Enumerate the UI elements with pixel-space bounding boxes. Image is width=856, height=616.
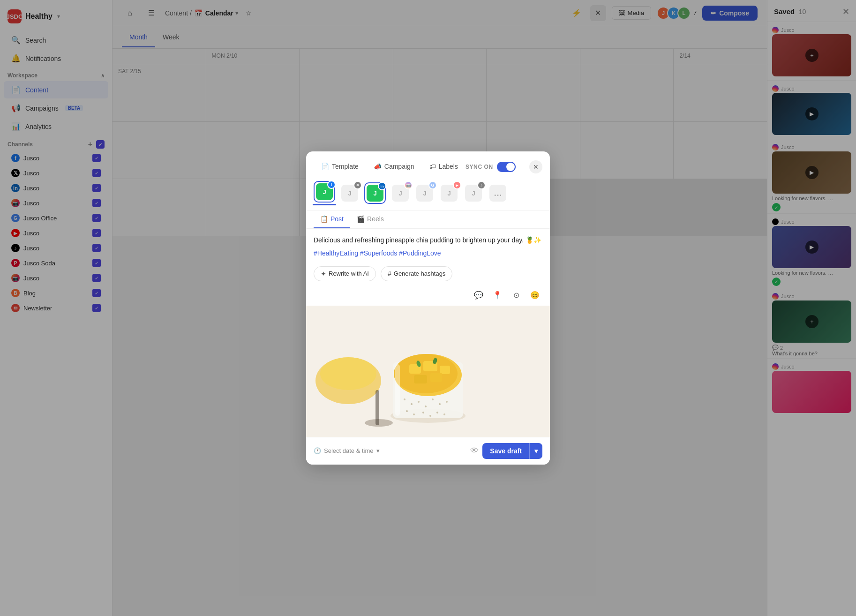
modal-overlay: 📄 Template 📣 Campaign 🏷 Labels SYNC ON — [0, 0, 856, 616]
date-select[interactable]: 🕐 Select date & time ▾ — [314, 447, 380, 454]
svg-point-8 — [439, 403, 441, 405]
platform-icon-wrap-tt[interactable]: J ♪ — [463, 182, 484, 204]
post-body[interactable]: Delicious and refreshing pineapple chia … — [306, 229, 550, 261]
svg-point-14 — [436, 412, 438, 413]
svg-point-7 — [432, 398, 434, 400]
ig-badge: 📷 — [404, 181, 413, 189]
hashtag-icon: # — [388, 270, 391, 278]
campaign-icon: 📣 — [374, 163, 382, 170]
google-badge: G — [428, 181, 437, 189]
platform-more-icon: … — [489, 185, 506, 202]
x-badge: ✕ — [353, 181, 362, 189]
tab-campaign[interactable]: 📣 Campaign — [366, 158, 422, 176]
tab-template[interactable]: 📄 Template — [314, 158, 366, 176]
emoji-button[interactable]: 😊 — [527, 288, 542, 303]
gg-letter: J — [423, 190, 426, 197]
save-draft-button[interactable]: Save draft ▾ — [482, 443, 542, 459]
rewrite-ai-label: Rewrite with AI — [329, 270, 369, 277]
clock-icon: 🕐 — [314, 447, 321, 454]
editor-toolbar: 💬 📍 ⊙ 😊 — [306, 286, 550, 306]
modal-header: 📄 Template 📣 Campaign 🏷 Labels SYNC ON — [306, 151, 550, 176]
post-modal: 📄 Template 📣 Campaign 🏷 Labels SYNC ON — [306, 151, 550, 464]
tab-reels[interactable]: 🎬 Reels — [350, 210, 390, 228]
sync-area: SYNC ON — [466, 162, 516, 172]
svg-point-12 — [422, 412, 424, 413]
platform-selected-indicator — [313, 204, 336, 205]
linkedin-badge: in — [378, 182, 386, 190]
platform-letter: J — [323, 188, 326, 195]
svg-point-13 — [429, 415, 431, 417]
svg-point-3 — [404, 398, 405, 400]
svg-rect-21 — [414, 375, 427, 383]
modal-tabs: 📄 Template 📣 Campaign 🏷 Labels SYNC ON — [314, 158, 516, 176]
ai-icon: ✦ — [321, 270, 326, 278]
location-button[interactable]: 📍 — [490, 288, 505, 303]
x-letter: J — [348, 190, 351, 197]
generate-hashtags-button[interactable]: # Generate hashtags — [381, 266, 452, 281]
li-letter: J — [373, 190, 376, 197]
svg-point-10 — [406, 410, 408, 412]
platform-row: J f J ✕ J in — [306, 176, 550, 210]
post-text: Delicious and refreshing pineapple chia … — [314, 235, 542, 246]
svg-point-15 — [443, 413, 445, 415]
tt-letter: J — [472, 190, 475, 197]
label-icon: 🏷 — [429, 163, 436, 170]
food-image-svg — [306, 306, 550, 437]
rewrite-ai-button[interactable]: ✦ Rewrite with AI — [314, 266, 376, 281]
template-icon: 📄 — [321, 163, 329, 170]
platform-icon-wrap-x[interactable]: J ✕ — [339, 182, 360, 204]
content-tabs: 📋 Post 🎬 Reels — [306, 210, 550, 229]
tab-post[interactable]: 📋 Post — [314, 210, 350, 228]
platform-icon-wrap-li: J in — [364, 182, 386, 204]
svg-point-11 — [413, 413, 415, 415]
svg-rect-22 — [430, 373, 442, 382]
platform-li-selected[interactable]: J in — [363, 182, 387, 204]
post-hashtags: #HealthyEating #Superfoods #PuddingLove — [314, 248, 542, 259]
svg-rect-27 — [395, 364, 400, 416]
sync-label: SYNC ON — [466, 164, 493, 170]
tiktok-badge: ♪ — [477, 181, 486, 189]
post-actions: ✦ Rewrite with AI # Generate hashtags — [306, 262, 550, 286]
footer-right: 👁 Save draft ▾ — [470, 443, 542, 459]
platform-icon-wrap-more[interactable]: … — [487, 182, 509, 204]
labels-label: Labels — [439, 163, 458, 170]
date-chevron-icon: ▾ — [376, 447, 380, 454]
post-image — [306, 306, 550, 437]
tab-labels[interactable]: 🏷 Labels — [422, 158, 466, 176]
post-label: Post — [330, 215, 344, 223]
template-label: Template — [332, 163, 359, 170]
reels-label: Reels — [367, 215, 384, 223]
ig-letter: J — [398, 190, 402, 197]
platform-icon-wrap-yt[interactable]: J ▶ — [438, 182, 460, 204]
svg-rect-29 — [375, 390, 379, 425]
svg-point-6 — [425, 406, 427, 407]
platform-icon-wrap-ig[interactable]: J 📷 — [390, 182, 411, 204]
toggle-knob — [506, 163, 515, 171]
date-placeholder: Select date & time — [324, 447, 374, 454]
campaign-label: Campaign — [384, 163, 414, 170]
svg-point-4 — [411, 403, 413, 405]
svg-point-5 — [418, 401, 420, 403]
platform-icon-wrap-gg[interactable]: J G — [414, 182, 436, 204]
youtube-badge: ▶ — [453, 181, 461, 189]
save-draft-label: Save draft — [482, 443, 529, 459]
modal-close-button[interactable]: ✕ — [529, 160, 542, 173]
yt-letter: J — [447, 190, 451, 197]
svg-point-26 — [320, 357, 376, 390]
post-icon: 📋 — [320, 215, 328, 223]
facebook-badge: f — [327, 180, 336, 189]
platform-icon-wrap-fb: J f — [314, 181, 335, 203]
svg-point-9 — [446, 401, 448, 403]
reels-icon: 🎬 — [357, 215, 365, 223]
svg-rect-20 — [440, 366, 450, 374]
save-draft-chevron-icon[interactable]: ▾ — [529, 443, 542, 459]
preview-icon[interactable]: 👁 — [470, 446, 479, 456]
comment-button[interactable]: 💬 — [471, 288, 486, 303]
tag-button[interactable]: ⊙ — [509, 288, 524, 303]
more-dots-icon: … — [494, 188, 502, 198]
modal-footer: 🕐 Select date & time ▾ 👁 Save draft ▾ — [306, 437, 550, 465]
sync-toggle[interactable] — [497, 162, 516, 172]
platform-fb-selected[interactable]: J f — [313, 181, 336, 205]
hashtag-label: Generate hashtags — [394, 270, 446, 277]
